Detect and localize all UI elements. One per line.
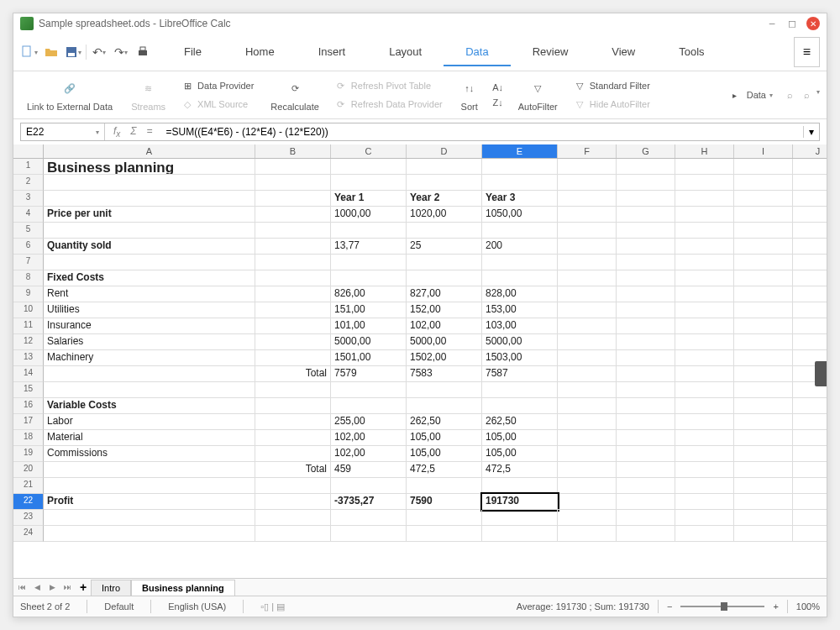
sidebar-handle[interactable] (815, 361, 827, 386)
cell[interactable] (44, 175, 255, 191)
sum-icon[interactable]: Σ (125, 123, 141, 140)
cell[interactable] (407, 382, 482, 398)
cell[interactable] (675, 207, 734, 223)
cell[interactable] (617, 159, 675, 175)
cell[interactable] (482, 510, 558, 526)
cell[interactable] (255, 223, 331, 239)
redo-icon[interactable]: ↷▾ (112, 43, 130, 61)
cell[interactable] (617, 302, 675, 318)
standard-filter-button[interactable]: ▽Standard Filter (570, 77, 654, 94)
cell[interactable] (793, 255, 827, 270)
cell[interactable] (558, 191, 617, 207)
cell[interactable] (617, 398, 675, 414)
cell[interactable]: 1503,00 (482, 350, 558, 366)
row-header[interactable]: 24 (13, 526, 44, 542)
cell[interactable] (407, 526, 482, 542)
cell[interactable] (558, 302, 617, 318)
cell[interactable]: 7590 (407, 494, 482, 510)
row-header[interactable]: 4 (13, 207, 44, 223)
cell[interactable] (407, 270, 482, 286)
select-all-corner[interactable] (13, 144, 44, 158)
cell[interactable] (482, 478, 558, 494)
cell[interactable] (734, 175, 793, 191)
cell[interactable] (558, 398, 617, 414)
cell[interactable]: 1050,00 (482, 207, 558, 223)
cell[interactable]: Profit (44, 494, 255, 510)
cell[interactable] (617, 462, 675, 478)
cell[interactable]: 262,50 (482, 414, 558, 430)
cell[interactable] (558, 462, 617, 478)
cell[interactable] (617, 526, 675, 542)
row-header[interactable]: 15 (13, 382, 44, 398)
row-header[interactable]: 16 (13, 398, 44, 414)
menu-review[interactable]: Review (511, 39, 591, 66)
cell[interactable] (617, 270, 675, 286)
cell[interactable]: 105,00 (482, 446, 558, 462)
cell[interactable] (675, 191, 734, 207)
cell[interactable] (331, 223, 407, 239)
cell[interactable]: 7579 (331, 366, 407, 382)
cell[interactable] (675, 366, 734, 382)
cell[interactable]: Labor (44, 414, 255, 430)
cell[interactable]: Quantity sold (44, 239, 255, 255)
row-header[interactable]: 13 (13, 350, 44, 366)
row-header[interactable]: 20 (13, 462, 44, 478)
row-header[interactable]: 3 (13, 191, 44, 207)
cell[interactable] (675, 382, 734, 398)
row-header[interactable]: 22 (13, 494, 44, 510)
cell[interactable] (675, 239, 734, 255)
cell[interactable] (255, 302, 331, 318)
cell[interactable] (617, 382, 675, 398)
cell[interactable]: Material (44, 430, 255, 446)
cell[interactable] (734, 255, 793, 270)
cell[interactable] (675, 350, 734, 366)
cell[interactable] (793, 223, 827, 239)
cell[interactable] (793, 175, 827, 191)
cell[interactable]: -3735,27 (331, 494, 407, 510)
cell[interactable] (675, 446, 734, 462)
tab-last-icon[interactable]: ⏭ (60, 580, 74, 594)
cell[interactable]: Utilities (44, 302, 255, 318)
equals-icon[interactable]: = (142, 123, 158, 140)
cell[interactable] (617, 510, 675, 526)
menu-home[interactable]: Home (223, 39, 297, 66)
cell[interactable] (675, 334, 734, 350)
ribbon-dropdown-icon[interactable]: ▾ (816, 88, 820, 102)
cell[interactable] (558, 286, 617, 302)
cell[interactable]: 102,00 (331, 430, 407, 446)
streams-button[interactable]: ≋ Streams (124, 76, 172, 113)
cell[interactable] (793, 239, 827, 255)
cell[interactable] (734, 302, 793, 318)
cell[interactable] (793, 414, 827, 430)
cell[interactable] (675, 223, 734, 239)
cell[interactable] (558, 414, 617, 430)
cell[interactable]: 5000,00 (331, 334, 407, 350)
cell[interactable]: 827,00 (407, 286, 482, 302)
cell[interactable] (734, 414, 793, 430)
cell[interactable]: Year 2 (407, 191, 482, 207)
print-icon[interactable] (134, 43, 152, 61)
row-header[interactable]: 1 (13, 159, 44, 175)
cell[interactable]: 13,77 (331, 239, 407, 255)
cell[interactable] (407, 159, 482, 175)
cell[interactable]: Rent (44, 286, 255, 302)
cell[interactable]: Fixed Costs (44, 270, 255, 286)
cell[interactable]: 105,00 (407, 430, 482, 446)
cell[interactable] (734, 207, 793, 223)
cell[interactable] (331, 382, 407, 398)
cell[interactable] (793, 430, 827, 446)
cell[interactable] (407, 255, 482, 270)
cell[interactable] (675, 270, 734, 286)
new-doc-icon[interactable]: ▾ (20, 43, 39, 61)
cell[interactable] (255, 398, 331, 414)
cell[interactable] (255, 526, 331, 542)
cell[interactable] (675, 286, 734, 302)
cell[interactable] (482, 382, 558, 398)
cell[interactable] (331, 270, 407, 286)
cell[interactable]: 102,00 (331, 446, 407, 462)
menu-layout[interactable]: Layout (367, 39, 444, 66)
cell[interactable] (558, 350, 617, 366)
cell[interactable]: 262,50 (407, 414, 482, 430)
cell[interactable] (331, 255, 407, 270)
row-header[interactable]: 6 (13, 239, 44, 255)
